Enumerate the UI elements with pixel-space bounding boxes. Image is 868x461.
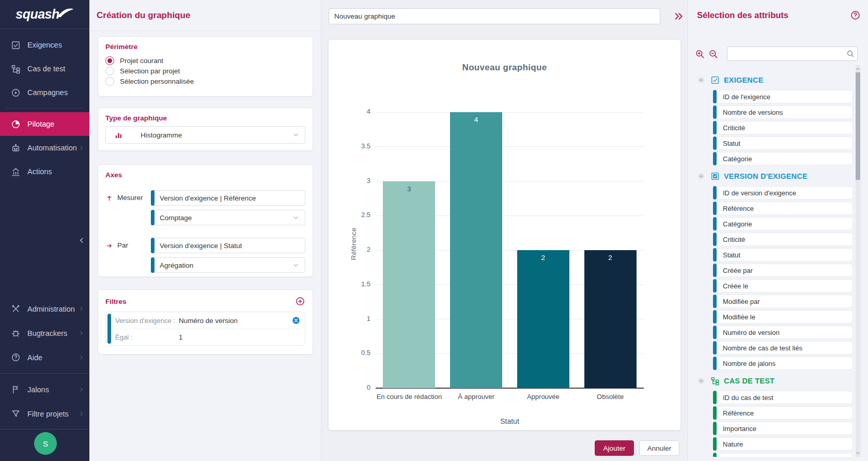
attribute-item-type[interactable]: Type [714,453,853,457]
tree-icon [710,376,720,386]
scroll-down-icon[interactable] [855,450,861,456]
sidebar-item-actions[interactable]: Actions [0,160,89,183]
add-button[interactable]: Ajouter [595,440,634,456]
sidebar-collapse-icon[interactable] [77,236,86,245]
sidebar-item-automatisation[interactable]: Automatisation [0,136,89,160]
sidebar-item-cas-de-test[interactable]: Cas de test [0,57,89,81]
y-tick-label: 4 [344,107,370,115]
radio-option-projet-courant[interactable]: Projet courant [105,55,305,66]
y-tick-label: 0 [344,383,370,391]
filters-card: Filtres Version d'exigence : Numéro de v… [98,289,313,355]
chart-type-value: Histogramme [141,131,182,139]
by-label-text: Par [117,241,128,249]
y-tick-label: 1.5 [344,280,370,288]
attribute-item-creee-le[interactable]: Créée le [714,279,853,293]
scrollbar[interactable] [856,65,860,457]
attribute-item-statut[interactable]: Statut [714,248,853,262]
user-avatar[interactable]: S [34,432,57,455]
by-operation-select[interactable]: Agrégation [151,257,305,273]
filter-item[interactable]: Version d'exigence : Numéro de version É… [105,312,305,346]
cancel-button[interactable]: Annuler [639,440,679,456]
measure-operation-select[interactable]: Comptage [151,210,305,225]
attribute-item-nature[interactable]: Nature [714,437,853,451]
attribute-item-categorie[interactable]: Catégorie [714,152,853,165]
tree-icon [11,64,21,74]
expand-panel-icon[interactable] [673,10,685,22]
chart-name-input[interactable] [329,8,660,24]
minus-circle-icon[interactable] [697,377,705,385]
attribute-item-importance[interactable]: Importance [714,422,853,435]
attribute-item-creee-par[interactable]: Créée par [714,264,853,277]
sidebar-item-administration[interactable]: Administration [0,297,89,321]
y-tick-label: 2 [344,245,370,253]
attribute-item-numero-de-version[interactable]: Numéro de version [714,326,853,339]
measure-label: Mesurer [105,190,151,225]
attribute-item-criticite[interactable]: Criticité [714,121,853,134]
sidebar-item-campagnes[interactable]: Campagnes [0,81,89,104]
attribute-item-nombre-de-cas-de-test-lies[interactable]: Nombre de cas de test liés [714,341,853,355]
pie-chart-icon [11,119,21,129]
chart-type-select[interactable]: Histogramme [105,126,305,144]
attribute-item-id-de-version-d-exigence[interactable]: ID de version d'exigence [714,186,853,199]
by-attribute-value: Version d'exigence | Statut [160,242,242,250]
tree-section-label: CAS DE TEST [724,377,774,385]
help-icon[interactable] [850,10,861,21]
y-tick-label: 1 [344,315,370,322]
scroll-up-icon[interactable] [855,66,861,72]
attribute-item-reference[interactable]: Référence [714,406,853,420]
attribute-item-nombre-de-versions[interactable]: Nombre de versions [714,105,853,119]
panel-header: Création du graphique [89,0,321,31]
radio-option-selection-par-projet[interactable]: Sélection par projet [105,66,305,76]
attribute-item-id-de-l-exigence[interactable]: ID de l'exigence [714,90,853,103]
chevron-right-icon [78,410,85,417]
by-label: Par [105,238,151,273]
minus-circle-icon[interactable] [697,76,705,84]
app-logo[interactable]: squash [0,0,89,29]
radio-icon[interactable] [105,56,114,65]
radio-label: Sélection par projet [120,67,180,75]
attribute-item-id-du-cas-de-test[interactable]: ID du cas de test [714,391,853,404]
attribute-item-nombre-de-jalons[interactable]: Nombre de jalons [714,357,853,370]
radio-option-selection-personnalisee[interactable]: Sélection personnalisée [105,76,305,86]
attribute-item-modifiee-par[interactable]: Modifiée par [714,295,853,308]
sidebar-item-jalons[interactable]: Jalons [0,377,89,402]
chart-type-card: Type de graphique Histogramme [98,107,313,151]
radio-icon[interactable] [105,77,114,86]
x-axis-label: Statut [376,417,644,425]
zoom-out-icon[interactable] [708,49,718,59]
attribute-search-input[interactable] [727,47,857,60]
bar-value-label: 4 [450,116,502,124]
attribute-item-categorie[interactable]: Catégorie [714,217,853,230]
chevron-right-icon [78,386,85,393]
sidebar-item-filtre-projets[interactable]: Filtre projets [0,402,89,426]
tree-section-version-d-exigence: VERSION D'EXIGENCE [692,168,856,184]
attribute-search [727,47,858,61]
sidebar-item-pilotage[interactable]: Pilotage [0,112,89,136]
attribute-tree: EXIGENCEID de l'exigenceNombre de versio… [692,65,856,457]
sidebar-item-bugtrackers[interactable]: Bugtrackers [0,321,89,345]
help-circle-icon [11,352,21,362]
zoom-in-icon[interactable] [695,49,705,59]
measure-attribute-value: Version d'exigence | Référence [160,194,256,202]
measure-attribute-field[interactable]: Version d'exigence | Référence [151,190,305,206]
remove-filter-icon[interactable] [291,316,301,325]
by-attribute-field[interactable]: Version d'exigence | Statut [151,238,305,253]
radio-icon[interactable] [105,67,114,75]
add-filter-icon[interactable] [295,296,305,306]
attribute-item-criticite[interactable]: Criticité [714,233,853,246]
play-circle-icon [11,88,21,98]
scrollbar-thumb[interactable] [856,72,860,180]
sidebar-item-label: Filtre projets [27,410,69,418]
chart-preview-area: Nouveau graphique Référence 00.511.522.5… [321,0,687,461]
perimeter-card: Périmètre Projet courantSélection par pr… [98,36,313,97]
sidebar-divider [0,373,89,374]
attribute-item-reference[interactable]: Référence [714,202,853,215]
check-square-filled-icon [710,172,720,181]
attribute-item-modifiee-le[interactable]: Modifiée le [714,310,853,324]
minus-circle-icon[interactable] [697,172,705,180]
sidebar-item-aide[interactable]: Aide [0,345,89,370]
attribute-item-statut[interactable]: Statut [714,136,853,150]
tree-section-cas-de-test: CAS DE TEST [692,373,856,389]
sidebar-item-exigences[interactable]: Exigences [0,33,89,57]
chevron-right-icon [78,305,85,312]
